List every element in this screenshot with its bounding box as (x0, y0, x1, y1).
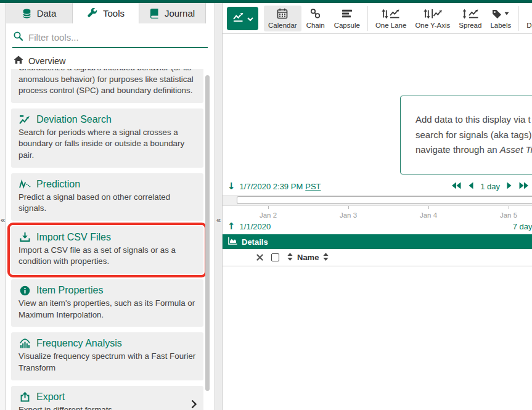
tool-title: Export (36, 392, 65, 403)
tool-description: Import a CSV file as a set of signals or… (18, 245, 196, 268)
tool-card-deviation-search[interactable]: Deviation SearchSearch for periods where… (11, 109, 203, 168)
export-icon (18, 392, 31, 402)
tool-title: Deviation Search (36, 114, 112, 125)
toolbar-button-label: Spread (459, 22, 481, 29)
tool-card-prediction[interactable]: PredictionPredict a signal based on othe… (11, 173, 203, 221)
tab-journal[interactable]: Journal (139, 3, 206, 23)
timebar-track[interactable] (223, 195, 532, 206)
tab-label: Data (37, 8, 57, 18)
toolbar-button-label: One Lane (375, 22, 407, 29)
message-line: search for signals (aka tags) (415, 128, 532, 143)
trend-view-icon (232, 12, 245, 24)
overview-link[interactable]: Overview (6, 48, 215, 69)
view-selector-button[interactable] (227, 7, 258, 30)
tool-list: Characterize a signal's intended behavio… (6, 69, 215, 410)
chevron-right-icon (191, 400, 197, 410)
range-step-label[interactable]: 1 day (480, 182, 500, 191)
tick-label: Jan 4 (420, 211, 437, 219)
investigate-duration[interactable]: 7 days (513, 222, 532, 231)
name-column-header[interactable]: Name (297, 253, 319, 262)
tick-mark (348, 206, 348, 209)
toolbar-button-label: Capsule (334, 22, 360, 29)
sort-icon[interactable] (323, 253, 329, 263)
trend-display-area[interactable]: Add data to this display via t search fo… (223, 34, 532, 178)
frequency-icon (18, 338, 31, 348)
tool-card-clipped[interactable]: Characterize a signal's intended behavio… (11, 69, 203, 103)
tool-card-import-csv-files[interactable]: Import CSV FilesImport a CSV file as a s… (11, 226, 203, 274)
add-data-message: Add data to this display via t search fo… (400, 96, 532, 174)
spread-icon (462, 8, 479, 20)
collapse-sidebar-icon[interactable]: « (215, 215, 222, 224)
prediction-icon (18, 179, 31, 189)
one-lane-icon (382, 8, 400, 20)
message-line: navigate through an Asset Tr (415, 142, 532, 158)
deviation-search-icon (18, 115, 31, 125)
sidebar-splitter[interactable]: « (215, 3, 223, 410)
trend-toolbar: CalendarChainCapsuleOne LaneOne Y-AxisSp… (223, 3, 532, 34)
collapse-left-icon[interactable]: « (0, 215, 6, 224)
one-y-axis-icon (424, 8, 442, 20)
calendar-icon (277, 8, 288, 20)
journal-icon (150, 9, 159, 18)
toolbar-button-spread[interactable]: Spread (454, 6, 486, 31)
tool-description: View an item's properties, such as its F… (18, 298, 196, 321)
labels-icon (492, 8, 509, 20)
tool-card-item-properties[interactable]: Item PropertiesView an item's properties… (11, 279, 203, 327)
timebar-axis: Jan 2Jan 3Jan 4Jan 5 (223, 206, 532, 218)
axis-tick: Jan 2 (260, 206, 277, 219)
main-panel: CalendarChainCapsuleOne LaneOne Y-AxisSp… (223, 3, 532, 410)
capsule-icon (342, 8, 353, 20)
import-csv-icon (18, 232, 31, 242)
range-end-arrow-icon: ↓ (227, 181, 235, 192)
tool-description: Visualize frequency spectrum with a Fast… (18, 351, 196, 374)
tab-label: Journal (165, 8, 195, 18)
investigate-range-row: ↑ 1/1/2020 7 days (223, 218, 532, 234)
scrollbar-thumb[interactable] (205, 75, 210, 391)
toolbar-button-calendar[interactable]: Calendar (264, 6, 301, 31)
toolbar-button-one-lane[interactable]: One Lane (371, 6, 411, 31)
axis-tick: Jan 3 (340, 206, 357, 219)
timezone-link[interactable]: PST (305, 182, 321, 191)
sort-icon[interactable] (287, 253, 293, 263)
chevron-down-icon (247, 14, 253, 23)
tool-description: Export in different formats (18, 404, 196, 410)
toolbar-button-dimming[interactable]: Dimming (522, 6, 532, 31)
tool-card-frequency-analysis[interactable]: Frequency AnalysisVisualize frequency sp… (11, 332, 203, 380)
tool-title: Import CSV Files (36, 232, 111, 243)
overview-label: Overview (28, 56, 65, 66)
sidebar-tabs: DataToolsJournal (6, 3, 215, 23)
toolbar-button-capsule[interactable]: Capsule (330, 6, 364, 31)
investigate-start-date[interactable]: 1/1/2020 (240, 222, 271, 231)
range-start-arrow-icon: ↑ (227, 221, 235, 232)
tick-label: Jan 5 (500, 211, 517, 219)
search-icon (14, 31, 23, 43)
toolbar-button-chain[interactable]: Chain (301, 6, 330, 31)
toolbar-button-labels[interactable]: Labels (486, 6, 515, 31)
tick-mark (268, 206, 268, 209)
tick-mark (428, 206, 428, 209)
tool-card-export[interactable]: ExportExport in different formats (11, 386, 203, 410)
tool-title: Frequency Analysis (36, 338, 122, 349)
remove-all-icon[interactable] (256, 253, 263, 263)
filter-tools-search (12, 23, 208, 48)
tool-title: Prediction (36, 179, 80, 190)
display-range-start[interactable]: 1/7/2020 2:39 PM (240, 182, 303, 191)
step-forward-icon[interactable] (507, 181, 512, 191)
toolbar-button-one-y-axis[interactable]: One Y-Axis (411, 6, 454, 31)
search-input[interactable] (28, 32, 207, 43)
left-collapse-gutter[interactable]: « (0, 3, 6, 410)
toolbar-button-label: Calendar (268, 22, 297, 29)
sidebar: DataToolsJournal Overview Characterize a… (6, 3, 215, 410)
tab-tools[interactable]: Tools (73, 3, 139, 23)
details-panel-header: Details (223, 234, 532, 249)
timebar-selection[interactable] (237, 196, 532, 204)
tick-label: Jan 2 (260, 211, 277, 219)
fast-forward-icon[interactable] (519, 181, 529, 191)
axis-tick: Jan 4 (420, 206, 437, 219)
info-icon (18, 285, 31, 296)
fast-back-icon[interactable] (451, 181, 461, 191)
tab-data[interactable]: Data (6, 3, 73, 23)
toolbar-button-label: One Y-Axis (415, 22, 450, 29)
step-back-icon[interactable] (468, 181, 473, 191)
select-all-checkbox[interactable] (271, 253, 279, 261)
